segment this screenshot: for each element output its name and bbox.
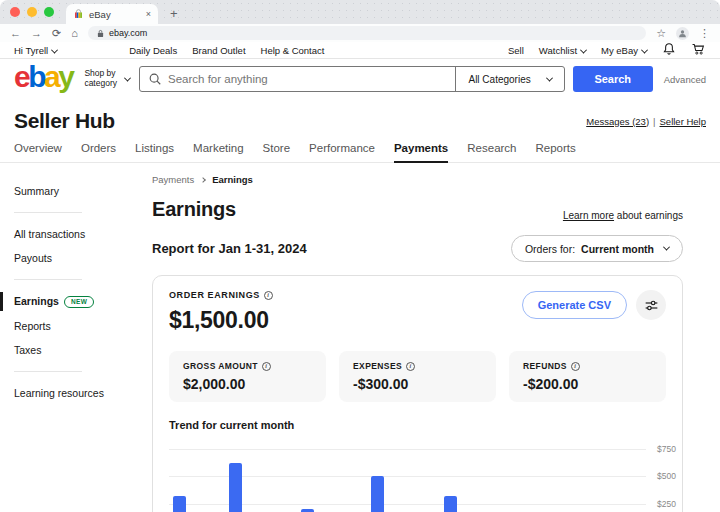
- order-earnings-value: $1,500.00: [169, 307, 273, 334]
- stat-box-refunds: REFUNDSi-$200.00: [509, 351, 666, 402]
- sidebar-item-payouts[interactable]: Payouts: [0, 246, 150, 270]
- topnav-link-daily-deals[interactable]: Daily Deals: [129, 45, 177, 56]
- stat-label-row: GROSS AMOUNTi: [183, 361, 312, 371]
- sidebar-divider: [14, 371, 82, 372]
- sidebar-item-earnings[interactable]: EarningsNEW: [0, 289, 150, 314]
- window-controls: [10, 0, 54, 24]
- account-greeting[interactable]: Hi Tyrell: [14, 45, 57, 56]
- topnav-link-watchlist[interactable]: Watchlist: [539, 45, 586, 56]
- stats-row: GROSS AMOUNTi$2,000.00EXPENSESi-$300.00R…: [169, 351, 666, 402]
- breadcrumb: Payments Earnings: [152, 174, 683, 185]
- new-badge: NEW: [64, 296, 94, 308]
- breadcrumb-payments[interactable]: Payments: [152, 174, 194, 185]
- chevron-down-icon: [546, 74, 553, 81]
- chevron-down-icon: [580, 46, 587, 53]
- tab-marketing[interactable]: Marketing: [193, 142, 244, 162]
- search-bar: All Categories: [139, 66, 565, 92]
- browser-profile-avatar[interactable]: [676, 27, 689, 40]
- orders-for-dropdown[interactable]: Orders for: Current month: [511, 235, 683, 262]
- stat-value: -$300.00: [353, 376, 482, 392]
- chevron-down-icon: [124, 74, 131, 81]
- tab-listings[interactable]: Listings: [135, 142, 174, 162]
- stat-box-gross-amount: GROSS AMOUNTi$2,000.00: [169, 351, 326, 402]
- link-separator: |: [653, 116, 655, 127]
- info-icon[interactable]: i: [571, 362, 580, 371]
- y-axis-label: $750: [657, 444, 676, 454]
- notifications-bell-icon[interactable]: [662, 42, 676, 58]
- bar-order-earnings[interactable]: [229, 463, 242, 512]
- trend-chart: $750$500$250$0-$250: [169, 440, 666, 512]
- filter-settings-button[interactable]: [636, 290, 666, 320]
- tab-orders[interactable]: Orders: [81, 142, 116, 162]
- tab-payments[interactable]: Payments: [394, 142, 448, 163]
- sidebar-item-all-transactions[interactable]: All transactions: [0, 222, 150, 246]
- back-icon[interactable]: ←: [10, 28, 21, 39]
- sidebar-item-label: Learning resources: [14, 387, 104, 399]
- topnav-link-brand-outlet[interactable]: Brand Outlet: [192, 45, 245, 56]
- learn-more-text: Learn more about earnings: [563, 210, 683, 221]
- sidebar-item-label: All transactions: [14, 228, 85, 240]
- url-text: ebay.com: [109, 28, 147, 38]
- generate-csv-button[interactable]: Generate CSV: [522, 291, 627, 319]
- search-icon: [148, 72, 162, 86]
- sidebar-item-label: Earnings: [14, 295, 59, 307]
- home-icon[interactable]: ⌂: [71, 28, 78, 39]
- close-window-button[interactable]: [10, 7, 20, 17]
- browser-toolbar: ← → ⟳ ⌂ ebay.com ☆ ⋮: [0, 24, 720, 42]
- search-button[interactable]: Search: [573, 66, 653, 92]
- sidebar-item-learning-resources[interactable]: Learning resources: [0, 381, 150, 405]
- seller-help-link[interactable]: Seller Help: [660, 116, 706, 127]
- ebay-top-nav: Hi Tyrell Daily DealsBrand OutletHelp & …: [0, 42, 720, 59]
- bar-order-earnings[interactable]: [173, 496, 186, 512]
- chevron-down-icon: [51, 46, 58, 53]
- category-select[interactable]: All Categories: [455, 67, 563, 91]
- browser-menu-icon[interactable]: ⋮: [699, 28, 710, 39]
- shop-by-category-label: Shop bycategory: [84, 69, 117, 89]
- minimize-window-button[interactable]: [27, 7, 37, 17]
- topnav-link-help-contact[interactable]: Help & Contact: [261, 45, 325, 56]
- topnav-link-my-ebay[interactable]: My eBay: [601, 45, 647, 56]
- tab-title: eBay: [89, 9, 141, 20]
- advanced-search-link[interactable]: Advanced: [664, 74, 706, 85]
- sidebar-item-reports[interactable]: Reports: [0, 314, 150, 338]
- zoom-window-button[interactable]: [44, 7, 54, 17]
- chevron-down-icon: [641, 46, 648, 53]
- bookmark-star-icon[interactable]: ☆: [656, 28, 666, 39]
- lock-icon: [97, 29, 104, 38]
- sidebar-item-taxes[interactable]: Taxes: [0, 338, 150, 362]
- topnav-right-links: SellWatchlistMy eBay: [508, 42, 706, 58]
- tab-research[interactable]: Research: [467, 142, 516, 162]
- new-tab-button[interactable]: +: [170, 6, 178, 24]
- card-top-row: ORDER EARNINGS i $1,500.00 Generate CSV: [169, 290, 666, 334]
- topnav-left-links: Daily DealsBrand OutletHelp & Contact: [129, 45, 324, 56]
- ebay-header: ebay Shop bycategory All Categories Sear…: [0, 59, 720, 99]
- order-earnings-card: ORDER EARNINGS i $1,500.00 Generate CSV …: [152, 275, 683, 512]
- reload-icon[interactable]: ⟳: [52, 28, 61, 39]
- tab-store[interactable]: Store: [263, 142, 291, 162]
- sidebar-item-summary[interactable]: Summary: [0, 179, 150, 203]
- close-tab-icon[interactable]: ×: [146, 9, 151, 19]
- tab-performance[interactable]: Performance: [309, 142, 375, 162]
- bar-order-earnings[interactable]: [371, 476, 384, 512]
- info-icon[interactable]: i: [262, 362, 271, 371]
- bar-order-earnings[interactable]: [444, 496, 457, 512]
- main-panel: Payments Earnings Earnings Learn more ab…: [150, 163, 720, 512]
- browser-tab[interactable]: eBay ×: [66, 4, 158, 24]
- tab-overview[interactable]: Overview: [14, 142, 62, 162]
- sliders-icon: [644, 298, 659, 313]
- info-icon[interactable]: i: [406, 362, 415, 371]
- learn-more-link[interactable]: Learn more: [563, 210, 614, 221]
- forward-icon[interactable]: →: [31, 28, 42, 39]
- address-bar[interactable]: ebay.com: [88, 26, 646, 40]
- topnav-link-sell[interactable]: Sell: [508, 45, 524, 56]
- tab-reports[interactable]: Reports: [536, 142, 576, 162]
- person-icon: [678, 29, 687, 38]
- cart-icon[interactable]: [691, 42, 706, 58]
- chevron-down-icon: [663, 244, 670, 251]
- info-icon[interactable]: i: [264, 291, 273, 300]
- shop-by-category-dropdown[interactable]: Shop bycategory: [84, 69, 130, 89]
- order-earnings-summary: ORDER EARNINGS i $1,500.00: [169, 290, 273, 334]
- ebay-logo[interactable]: ebay: [14, 62, 72, 92]
- messages-link[interactable]: Messages (23): [586, 116, 649, 127]
- search-input[interactable]: [162, 73, 455, 85]
